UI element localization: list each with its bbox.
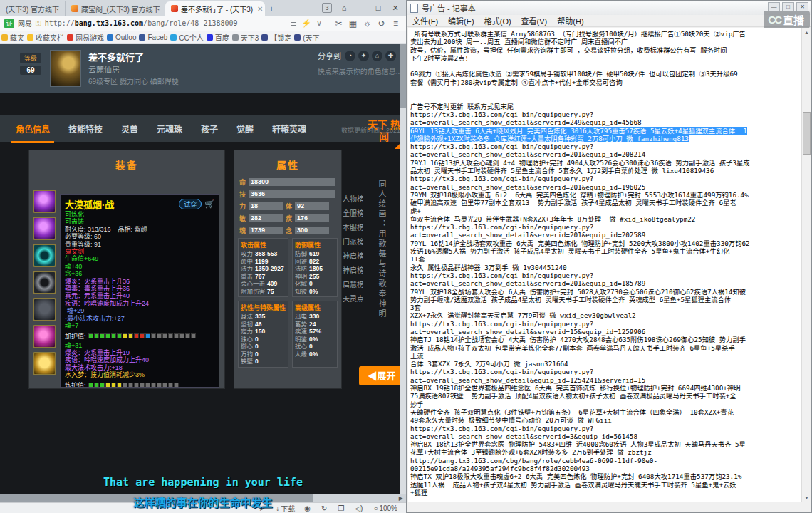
bookmarks-bar: 藏夹 收藏夹栏 网易游戏 Outloo Faceb <box>0 31 406 44</box>
nav-tab[interactable]: 技能特技 <box>68 123 103 135</box>
browser-tab[interactable]: (天下3) 官方线下 <box>0 1 66 16</box>
scroll-down-arrow-icon[interactable]: ▼ <box>802 493 811 502</box>
menu-item[interactable]: 帮助(H) <box>557 15 583 26</box>
minimize-button[interactable]: — <box>356 4 366 12</box>
gauge-cell <box>123 383 127 388</box>
text-line: 11套 <box>410 255 801 263</box>
text-line: act=overall_search_show_detail&serverid=… <box>410 183 801 191</box>
nav-tab[interactable]: 元魂珠 <box>157 123 182 135</box>
side-rank-link[interactable]: 神启榜 <box>343 264 363 278</box>
bookmark-item[interactable]: 【锁定 <box>261 32 291 43</box>
share-icon[interactable]: ⌂ <box>372 51 382 61</box>
share-icon[interactable]: ✦ <box>358 51 369 61</box>
nav-tab[interactable]: 觉醒 <box>236 123 254 135</box>
bookmark-favicon-icon <box>27 34 33 41</box>
equipment-slot-icon[interactable] <box>33 190 56 213</box>
close-button[interactable]: ✕ <box>390 4 400 13</box>
toolbar-icon[interactable]: ≡ <box>390 19 402 28</box>
bookmark-item[interactable]: (天下 <box>294 32 319 43</box>
nav-tab[interactable]: 孩子 <box>201 123 218 135</box>
text-line: 疾语16%透魔5人祸 势力副手激活 孩子成品4星太初 灵曜天书手工时装硬件全齐 … <box>410 247 801 255</box>
text-line <box>410 94 801 102</box>
gauge-cell <box>140 333 145 338</box>
side-rank-link[interactable]: 门派榜 <box>343 235 363 249</box>
vertical-promo-text: 同人绘画：用歌舞与诗歌奉神明 <box>376 180 387 365</box>
equipment-slot-icon[interactable] <box>33 217 56 240</box>
gauge-cell <box>162 383 167 388</box>
expand-button[interactable]: ◀展开 <box>359 366 405 385</box>
bookmark-item[interactable]: 网易游戏 <box>67 32 104 43</box>
page-scrollbar-thumb[interactable] <box>400 44 406 108</box>
equipment-slot-icon[interactable] <box>33 244 56 267</box>
bookmark-item[interactable]: Faceb <box>139 33 167 41</box>
bookmark-item[interactable]: 百度 <box>207 32 229 43</box>
gauge-cell <box>168 333 173 338</box>
menu-item[interactable]: 编辑(E) <box>448 15 474 26</box>
bookmark-label: 网易游戏 <box>76 32 104 43</box>
key-icon[interactable]: ⚿ <box>36 19 41 28</box>
text-line: 品太初 灵曜天书手工时装硬件齐 5星鱼主流合体 5套永久 1万2到手白菜价处理 … <box>410 167 801 175</box>
nav-tab[interactable]: 轩辕英魂 <box>272 123 306 135</box>
address-icon[interactable]: ∨ <box>314 19 324 28</box>
equipment-slot-icon[interactable] <box>33 298 56 321</box>
text-line: https://tx3.cbg.163.com/cgi-bin/equipque… <box>410 271 801 279</box>
browser-tab-active[interactable]: 差不多就行了 - (天下3) ✕ <box>165 1 265 16</box>
side-rank-link[interactable]: 启慧榜 <box>343 278 363 292</box>
cart-icon[interactable]: 🛒 <box>204 200 214 209</box>
hot-news-ribbon[interactable]: 天下 热闻 <box>365 119 403 143</box>
address-icon[interactable]: ⚡ <box>301 19 311 28</box>
bookmark-item[interactable]: Outloo <box>107 33 136 41</box>
nav-tab[interactable]: 角色信息 <box>16 123 50 135</box>
defense-attrs-box: 防御属性 防御619回避822法防1805神明255化解0知彼0% <box>292 238 338 297</box>
nav-tab[interactable]: 灵兽 <box>121 123 138 135</box>
scroll-up-arrow-icon[interactable]: ▲ <box>802 28 811 37</box>
share-icon[interactable]: ✚ <box>385 51 396 61</box>
toolbar-icon[interactable]: ▦ <box>347 19 359 28</box>
side-rank-link[interactable]: 人物榜 <box>343 192 363 207</box>
side-rank-link[interactable]: 全服榜 <box>343 207 363 221</box>
site-cert-icon[interactable]: 证 <box>4 19 14 28</box>
menu-item[interactable]: 文件(F) <box>412 15 438 26</box>
tab-close-icon[interactable]: ✕ <box>257 5 263 13</box>
bookmark-item[interactable]: 天下3 <box>232 32 259 43</box>
try-on-button[interactable]: 试穿 <box>179 199 202 209</box>
bookmark-item[interactable]: 收藏夹栏 <box>27 32 64 43</box>
notepad-title-bar[interactable]: 号广告 - 记事本 <box>407 1 811 15</box>
text-line: 00215e91cda8/a249395af294fc9bc8f4f82d302… <box>410 465 801 472</box>
side-rank-link[interactable]: 神启榜 <box>343 249 363 264</box>
notepad-vertical-scrollbar[interactable]: ▲ ▼ <box>801 28 811 502</box>
menu-item[interactable]: 查看(V) <box>521 15 548 26</box>
skin-icon[interactable]: ⌂ <box>339 4 349 12</box>
toolbar-icon[interactable]: ☼ <box>361 19 373 28</box>
menu-item[interactable]: 格式(O) <box>484 15 511 26</box>
gauge-cell <box>140 383 145 388</box>
toolbar-icon[interactable]: ✂ <box>333 19 345 28</box>
browser-tab[interactable]: 藏宝阁_(天下3) 官方线下 <box>66 1 165 16</box>
side-rank-link[interactable]: 本服榜 <box>343 221 363 235</box>
side-rank-link[interactable]: 天灵点 <box>343 292 363 306</box>
toolbar-icon[interactable]: ↺ <box>375 19 387 28</box>
gauge-cell <box>185 333 190 338</box>
tab-count-badge[interactable]: 3 <box>322 3 332 13</box>
bookmark-item[interactable]: 藏夹 <box>1 32 24 43</box>
url-input[interactable]: http://bang.tx3.163.com/bang/role/48_213… <box>45 19 285 27</box>
new-tab-button[interactable]: + <box>265 3 278 16</box>
text-line: 69YL 13钻大攻重击 6大禹+晓风残月 完美四色炼化 3016大攻795重击… <box>410 127 801 135</box>
share-icon[interactable]: ◔ <box>345 51 355 61</box>
text-line: 合体 3套XZX 7永久 2万9可小刀 微 jason321664 <box>410 360 801 368</box>
bookmark-item[interactable]: CC个人 <box>170 32 203 43</box>
maximize-button[interactable]: □ <box>373 4 383 12</box>
page-vertical-scrollbar[interactable] <box>400 44 406 494</box>
notepad-text-area[interactable]: 所有号联系方式可联系群主某信 Army5868763 （专门找号服务100块/月… <box>408 28 801 502</box>
notepad-scrollbar-thumb[interactable] <box>803 112 811 155</box>
character-server: 云麓仙居 <box>88 63 120 75</box>
equipment-slot-icon[interactable] <box>33 271 56 294</box>
gauge-cell <box>179 333 184 338</box>
text-line: https://tx3.cbg.163.com/cgi-bin/equipque… <box>410 110 801 118</box>
equipment-slot-icon[interactable] <box>33 352 56 375</box>
tooltip-line: 可炼化 <box>65 211 214 218</box>
text-line: 势力副手缠魂/透魔双激活 孩子成品4星太初 灵曜天书手工时装硬件全齐 英魂成型 … <box>410 296 801 304</box>
text-line: 激活 成品人物+孩子双太初 包里带完美炼化全套77副本套 画卷单满马丹天魄天书手… <box>410 344 801 352</box>
equipment-slot-icon[interactable] <box>33 325 56 348</box>
address-icon[interactable]: ≣ <box>288 19 298 28</box>
